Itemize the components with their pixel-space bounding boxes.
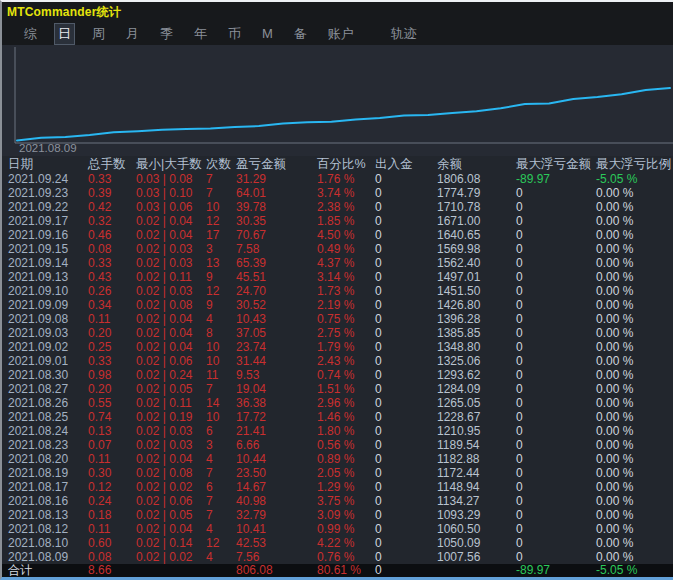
menu-tab-10-账户[interactable]: 账户 [324, 23, 358, 45]
menu-tab-2-日[interactable]: 日 [54, 23, 75, 45]
cell-min-max-lots: 0.02 | 0.03 [136, 242, 206, 256]
table-row[interactable]: 2021.09.220.420.03 | 0.061039.782.38 %01… [2, 200, 673, 214]
cell-pnl-amount: 32.79 [236, 508, 317, 522]
cell-total-lots: 0.34 [88, 298, 136, 312]
cell-total-lots: 0.60 [88, 536, 136, 550]
cell-max-floating-loss: 0 [516, 452, 596, 466]
cell-min-max-lots: 0.02 | 0.02 [136, 550, 206, 564]
header-date: 日期 [8, 156, 88, 172]
cell-trade-count: 3 [206, 438, 236, 452]
cell-total-lots: 0.98 [88, 368, 136, 382]
cell-balance: 1497.01 [437, 270, 516, 284]
cell-deposit-withdrawal: 0 [375, 396, 437, 410]
table-row[interactable]: 2021.08.240.130.02 | 0.03621.411.80 %012… [2, 424, 673, 438]
cell-max-floating-loss: 0 [516, 298, 596, 312]
table-row[interactable]: 2021.09.170.320.02 | 0.041230.351.85 %01… [2, 214, 673, 228]
menu-tab-8-M[interactable]: M [258, 24, 277, 43]
cell-deposit-withdrawal: 0 [375, 550, 437, 564]
cell-date: 合计 [8, 564, 88, 577]
cell-max-floating-loss-percent: 0.00 % [596, 256, 673, 270]
cell-pnl-amount: 30.52 [236, 298, 317, 312]
cell-pnl-amount: 14.67 [236, 480, 317, 494]
table-row[interactable]: 2021.08.090.080.02 | 0.0247.560.76 %0100… [2, 550, 673, 564]
menu-tab-1-综[interactable]: 综 [20, 23, 41, 45]
table-row[interactable]: 2021.08.100.600.02 | 0.141242.534.22 %01… [2, 536, 673, 550]
cell-date: 2021.09.14 [8, 256, 88, 270]
cell-pnl-percent: 0.99 % [317, 522, 375, 536]
cell-pnl-percent: 0.74 % [317, 368, 375, 382]
table-row[interactable]: 2021.08.190.300.02 | 0.08723.502.05 %011… [2, 466, 673, 480]
cell-pnl-percent: 4.37 % [317, 256, 375, 270]
table-row[interactable]: 2021.08.260.550.02 | 0.111436.382.96 %01… [2, 396, 673, 410]
cell-total-lots: 0.12 [88, 480, 136, 494]
cell-pnl-amount: 806.08 [236, 564, 317, 577]
cell-pnl-percent: 3.14 % [317, 270, 375, 284]
cell-max-floating-loss: 0 [516, 550, 596, 564]
menu-tab-9-备[interactable]: 备 [290, 23, 311, 45]
table-row[interactable]: 2021.09.130.430.02 | 0.11945.513.14 %014… [2, 270, 673, 284]
table-row[interactable]: 2021.09.020.250.02 | 0.041023.741.79 %01… [2, 340, 673, 354]
table-row[interactable]: 2021.09.090.340.02 | 0.08930.522.19 %014… [2, 298, 673, 312]
table-row[interactable]: 2021.09.030.200.02 | 0.04837.052.75 %013… [2, 326, 673, 340]
cell-max-floating-loss-percent: 0.00 % [596, 186, 673, 200]
cell-min-max-lots: 0.02 | 0.11 [136, 270, 206, 284]
cell-pnl-percent: 2.75 % [317, 326, 375, 340]
cell-pnl-percent: 2.19 % [317, 298, 375, 312]
table-row[interactable]: 2021.09.160.460.02 | 0.041770.674.50 %01… [2, 228, 673, 242]
cell-date: 2021.08.19 [8, 466, 88, 480]
cell-max-floating-loss: -89.97 [516, 564, 596, 577]
cell-balance: 1172.44 [437, 466, 516, 480]
cell-min-max-lots: 0.02 | 0.05 [136, 382, 206, 396]
cell-total-lots: 0.30 [88, 466, 136, 480]
menu-tab-trajectory[interactable]: 轨迹 [387, 23, 421, 45]
header-balance: 余额 [437, 156, 516, 172]
cell-date: 2021.09.17 [8, 214, 88, 228]
cell-date: 2021.08.10 [8, 536, 88, 550]
cell-trade-count: 6 [206, 424, 236, 438]
cell-trade-count: 7 [206, 186, 236, 200]
cell-min-max-lots: 0.02 | 0.04 [136, 326, 206, 340]
table-row[interactable]: 2021.09.150.080.02 | 0.0337.580.49 %0156… [2, 242, 673, 256]
table-row[interactable]: 2021.08.230.070.02 | 0.0336.660.56 %0118… [2, 438, 673, 452]
table-row[interactable]: 2021.08.270.200.02 | 0.05719.041.51 %012… [2, 382, 673, 396]
table-row[interactable]: 2021.09.010.330.02 | 0.061031.442.43 %01… [2, 354, 673, 368]
table-row[interactable]: 2021.08.300.980.02 | 0.24119.530.74 %012… [2, 368, 673, 382]
menu-tab-4-月[interactable]: 月 [122, 23, 143, 45]
cell-deposit-withdrawal: 0 [375, 172, 437, 186]
cell-total-lots: 0.33 [88, 256, 136, 270]
cell-max-floating-loss: 0 [516, 270, 596, 284]
cell-date: 2021.09.02 [8, 340, 88, 354]
cell-total-lots: 0.43 [88, 270, 136, 284]
cell-pnl-amount: 10.44 [236, 452, 317, 466]
table-row[interactable]: 2021.09.080.110.02 | 0.04410.430.75 %013… [2, 312, 673, 326]
table-row[interactable]: 2021.09.230.390.03 | 0.10764.013.74 %017… [2, 186, 673, 200]
table-row[interactable]: 2021.08.120.110.02 | 0.04410.410.99 %010… [2, 522, 673, 536]
table-row[interactable]: 2021.08.250.740.02 | 0.191017.721.46 %01… [2, 410, 673, 424]
cell-deposit-withdrawal: 0 [375, 298, 437, 312]
menu-tab-5-季[interactable]: 季 [156, 23, 177, 45]
cell-pnl-amount: 24.70 [236, 284, 317, 298]
menu-tab-3-周[interactable]: 周 [88, 23, 109, 45]
cell-pnl-percent: 1.73 % [317, 284, 375, 298]
table-row[interactable]: 2021.08.200.110.02 | 0.04410.440.89 %011… [2, 452, 673, 466]
table-row[interactable]: 2021.08.160.240.02 | 0.06740.983.75 %011… [2, 494, 673, 508]
table-row[interactable]: 2021.08.170.120.02 | 0.02614.671.29 %011… [2, 480, 673, 494]
cell-total-lots: 0.26 [88, 284, 136, 298]
menu-tab-6-年[interactable]: 年 [190, 23, 211, 45]
cell-pnl-percent: 3.75 % [317, 494, 375, 508]
cell-date: 2021.09.13 [8, 270, 88, 284]
cell-max-floating-loss: 0 [516, 256, 596, 270]
table-row[interactable]: 2021.09.240.330.03 | 0.08731.291.76 %018… [2, 172, 673, 186]
cell-max-floating-loss-percent: 0.00 % [596, 494, 673, 508]
cell-max-floating-loss-percent: 0.00 % [596, 452, 673, 466]
cell-pnl-amount: 6.66 [236, 438, 317, 452]
cell-min-max-lots: 0.02 | 0.04 [136, 214, 206, 228]
table-row[interactable]: 2021.08.130.180.02 | 0.05732.793.09 %010… [2, 508, 673, 522]
title-bar[interactable]: MTCommander统计 [2, 2, 673, 22]
cell-min-max-lots: 0.02 | 0.06 [136, 354, 206, 368]
cell-deposit-withdrawal: 0 [375, 326, 437, 340]
menu-tab-7-币[interactable]: 币 [224, 23, 245, 45]
cell-deposit-withdrawal: 0 [375, 284, 437, 298]
table-row[interactable]: 2021.09.100.260.02 | 0.031224.701.73 %01… [2, 284, 673, 298]
table-row[interactable]: 2021.09.140.330.02 | 0.031365.394.37 %01… [2, 256, 673, 270]
